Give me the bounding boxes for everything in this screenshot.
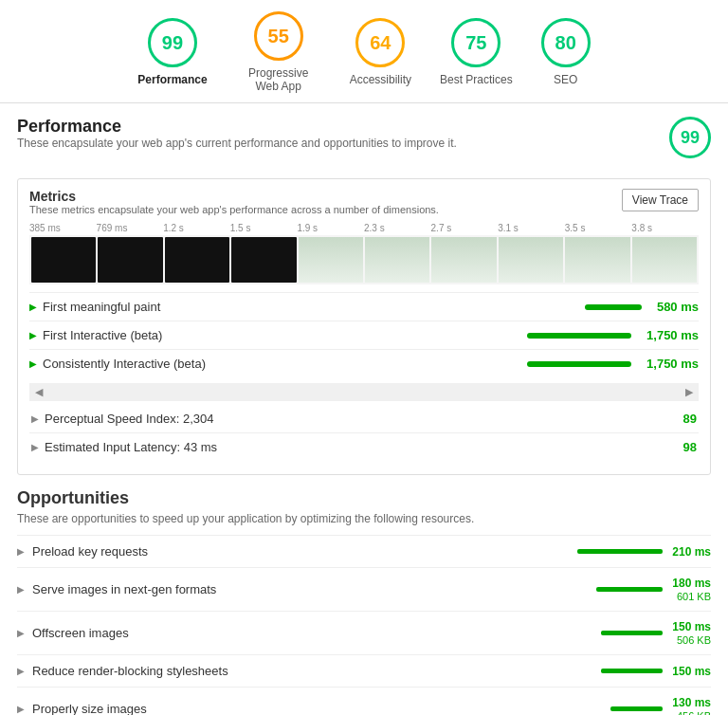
stats-value-psi: 89: [683, 412, 697, 426]
opp-values-0: 210 ms: [672, 545, 711, 559]
performance-score: 99: [669, 117, 711, 158]
metric-arrow-ci[interactable]: ▶: [29, 358, 37, 369]
frame-6: [431, 237, 496, 283]
score-circle-pwa: 55: [254, 11, 303, 61]
stats-row-eil: ▶ Estimated Input Latency: 43 ms 98: [29, 432, 699, 461]
stats-label-eil: Estimated Input Latency: 43 ms: [45, 440, 683, 454]
metrics-title: Metrics: [29, 189, 439, 204]
opp-values-3: 150 ms: [672, 665, 711, 678]
opp-arrow-2[interactable]: ▶: [17, 628, 25, 638]
opp-arrow-0[interactable]: ▶: [17, 546, 25, 557]
metric-value-fi: 1,750 ms: [646, 328, 699, 342]
tab-label-best-practices: Best Practices: [440, 73, 513, 86]
frame-1: [98, 237, 162, 283]
metric-row-fi: ▶ First Interactive (beta) 1,750 ms: [29, 321, 699, 349]
opp-arrow-1[interactable]: ▶: [17, 584, 25, 595]
metric-value-fmp: 580 ms: [657, 300, 699, 314]
stats-label-psi: Perceptual Speed Index: 2,304: [45, 412, 683, 426]
metrics-box: Metrics These metrics encapsulate your w…: [17, 178, 711, 475]
metric-label-ci: Consistently Interactive (beta): [43, 357, 527, 371]
opp-sub-1: 601 KB: [677, 591, 711, 602]
performance-title: Performance: [17, 117, 457, 137]
scroll-right-icon: ▶: [685, 386, 693, 398]
opp-bar-2: [601, 631, 663, 635]
opp-desc: These are opportunities to speed up your…: [17, 512, 711, 525]
performance-section: Performance These encapsulate your web a…: [0, 103, 728, 178]
scroll-indicator[interactable]: ◀ ▶: [29, 383, 699, 401]
tab-pwa[interactable]: 55 Progressive Web App: [236, 11, 321, 93]
view-trace-button[interactable]: View Trace: [622, 189, 699, 211]
score-tabs: 99 Performance 55 Progressive Web App 64…: [0, 0, 728, 103]
tab-label-seo: SEO: [554, 73, 577, 86]
opp-row-3: ▶ Reduce render-blocking stylesheets 150…: [17, 654, 711, 687]
stats-row-psi: ▶ Perceptual Speed Index: 2,304 89: [29, 405, 699, 432]
score-circle-best-practices: 75: [451, 18, 500, 67]
metric-arrow-fi[interactable]: ▶: [29, 330, 37, 340]
timeline-label-6: 2.7 s: [431, 223, 499, 233]
timeline-label-8: 3.5 s: [565, 223, 632, 233]
tab-seo[interactable]: 80 SEO: [541, 18, 591, 86]
progress-bar-fi: [527, 333, 631, 339]
frame-5: [365, 237, 429, 283]
frame-8: [565, 237, 629, 283]
timeline-label-3: 1.5 s: [230, 223, 298, 233]
opp-row-0: ▶ Preload key requests 210 ms: [17, 535, 711, 567]
opp-val-0: 210 ms: [672, 545, 711, 559]
opp-label-1: Serve images in next-gen formats: [32, 582, 596, 596]
tab-performance[interactable]: 99 Performance: [137, 18, 207, 86]
metric-bar-ci: [527, 361, 631, 367]
timeline-label-0: 385 ms: [29, 223, 97, 233]
opp-label-4: Properly size images: [32, 702, 610, 715]
timeline-labels: 385 ms 769 ms 1.2 s 1.5 s 1.9 s 2.3 s 2.…: [29, 223, 699, 233]
metric-label-fmp: First meaningful paint: [43, 300, 585, 314]
opp-bar-4: [610, 706, 663, 711]
stats-arrow-eil[interactable]: ▶: [31, 442, 39, 452]
progress-bar-ci: [527, 361, 631, 367]
opp-val-1: 180 ms: [672, 577, 711, 590]
opp-values-2: 150 ms 506 KB: [672, 620, 711, 646]
performance-desc: These encapsulate your web app's current…: [17, 137, 457, 150]
metric-bar-fmp: [585, 304, 642, 310]
opp-arrow-4[interactable]: ▶: [17, 704, 25, 714]
tab-label-performance: Performance: [137, 73, 207, 86]
stats-value-eil: 98: [683, 440, 697, 454]
timeline-label-9: 3.8 s: [631, 223, 699, 233]
opp-val-3: 150 ms: [672, 665, 711, 678]
timeline-label-5: 2.3 s: [364, 223, 431, 233]
tab-label-pwa: Progressive Web App: [236, 66, 321, 93]
frame-2: [165, 237, 229, 283]
opp-title: Opportunities: [17, 488, 711, 508]
metric-label-fi: First Interactive (beta): [43, 328, 527, 342]
opp-arrow-3[interactable]: ▶: [17, 666, 25, 676]
opp-label-0: Preload key requests: [32, 544, 577, 559]
opportunities-section: Opportunities These are opportunities to…: [0, 488, 728, 715]
tab-best-practices[interactable]: 75 Best Practices: [440, 18, 513, 86]
opp-bar-group-2: [601, 631, 663, 635]
timeline-label-7: 3.1 s: [498, 223, 565, 233]
opp-bar-1: [596, 587, 663, 592]
metric-row-ci: ▶ Consistently Interactive (beta) 1,750 …: [29, 349, 699, 377]
timeline: 385 ms 769 ms 1.2 s 1.5 s 1.9 s 2.3 s 2.…: [29, 223, 699, 284]
opp-val-2: 150 ms: [672, 620, 711, 633]
opp-label-2: Offscreen images: [32, 626, 601, 640]
frame-0: [31, 237, 96, 283]
opp-row-2: ▶ Offscreen images 150 ms 506 KB: [17, 611, 711, 654]
opp-row-1: ▶ Serve images in next-gen formats 180 m…: [17, 567, 711, 611]
progress-bar-fmp: [585, 304, 642, 310]
timeline-frames: [29, 235, 699, 284]
frame-3: [231, 237, 296, 283]
opp-sub-4: 456 KB: [677, 710, 711, 715]
metric-row-fmp: ▶ First meaningful paint 580 ms: [29, 292, 699, 321]
opp-values-4: 130 ms 456 KB: [672, 696, 711, 715]
opp-val-4: 130 ms: [672, 696, 711, 709]
timeline-label-2: 1.2 s: [163, 223, 230, 233]
opp-bar-group-3: [601, 669, 663, 673]
scroll-left-icon: ◀: [35, 386, 43, 398]
opp-sub-2: 506 KB: [677, 634, 711, 646]
metric-bar-fi: [527, 333, 631, 339]
tab-label-accessibility: Accessibility: [350, 73, 411, 86]
score-circle-accessibility: 64: [355, 18, 405, 67]
stats-arrow-psi[interactable]: ▶: [31, 413, 39, 424]
tab-accessibility[interactable]: 64 Accessibility: [350, 18, 411, 86]
metric-arrow-fmp[interactable]: ▶: [29, 302, 37, 312]
